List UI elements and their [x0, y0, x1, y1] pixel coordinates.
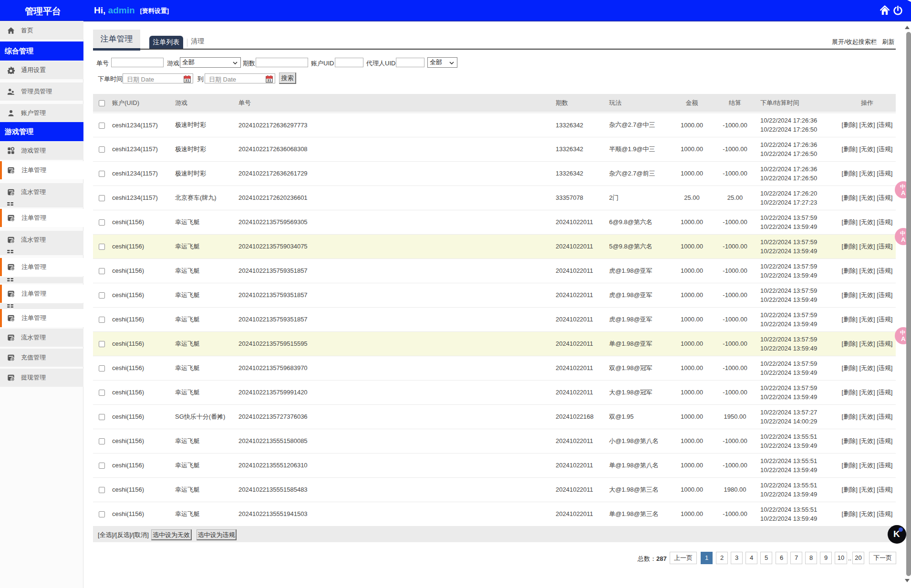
svg-text:31: 31 [267, 78, 271, 83]
svg-text:31: 31 [185, 78, 189, 83]
